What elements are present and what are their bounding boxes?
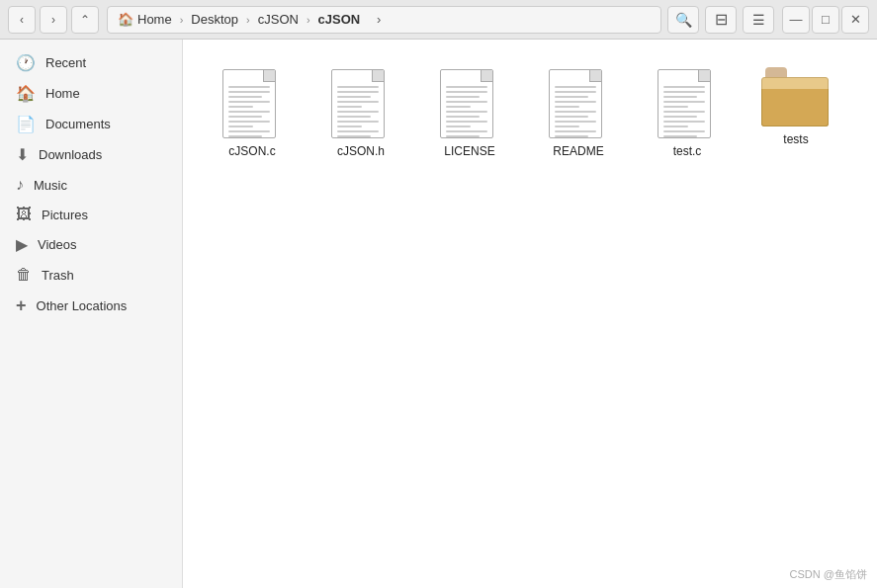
sep3: ›	[307, 14, 310, 26]
file-item-cjsonh[interactable]: cJSON.h	[311, 59, 410, 166]
sidebar: 🕐 Recent 🏠 Home 📄 Documents ⬇ Downloads …	[0, 40, 183, 588]
file-item-testc[interactable]: test.c	[638, 59, 737, 166]
file-item-readme[interactable]: README	[529, 59, 628, 166]
doc-icon-cjsonh	[331, 67, 391, 138]
pictures-icon: 🖼	[16, 206, 32, 223]
music-icon: ♪	[16, 176, 24, 194]
back-button[interactable]: ‹	[8, 6, 36, 34]
sidebar-item-downloads[interactable]: ⬇ Downloads	[0, 139, 182, 170]
forward-button[interactable]: ›	[40, 6, 67, 34]
sidebar-item-videos[interactable]: ▶ Videos	[0, 229, 182, 260]
file-name-readme: README	[553, 144, 603, 158]
sidebar-item-other-locations[interactable]: + Other Locations	[0, 290, 182, 322]
videos-icon: ▶	[16, 235, 28, 254]
sidebar-label-pictures: Pictures	[42, 208, 166, 222]
doc-icon-readme	[549, 67, 608, 138]
file-item-license[interactable]: LICENSE	[420, 59, 519, 166]
doc-icon-testc	[658, 67, 717, 138]
main-area: 🕐 Recent 🏠 Home 📄 Documents ⬇ Downloads …	[0, 40, 877, 588]
breadcrumb-cjson1-label: cJSON	[258, 12, 299, 27]
file-name-cjsonh: cJSON.h	[337, 144, 385, 158]
sidebar-label-downloads: Downloads	[39, 147, 166, 162]
maximize-button[interactable]: □	[812, 6, 839, 34]
sidebar-item-home[interactable]: 🏠 Home	[0, 78, 182, 109]
downloads-icon: ⬇	[16, 145, 29, 164]
breadcrumb-cjson1[interactable]: cJSON	[252, 10, 305, 29]
menu-button[interactable]: ☰	[743, 6, 774, 34]
file-name-testc: test.c	[673, 144, 702, 158]
sidebar-label-music: Music	[34, 178, 166, 193]
doc-icon-license	[440, 67, 499, 138]
home-sidebar-icon: 🏠	[16, 84, 36, 103]
watermark: CSDN @鱼馅饼	[790, 567, 867, 582]
file-name-tests: tests	[783, 132, 808, 146]
file-grid: cJSON.c	[203, 59, 857, 166]
sep2: ›	[246, 14, 250, 26]
other-locations-icon: +	[16, 295, 27, 316]
breadcrumb-next-btn[interactable]: ›	[368, 9, 390, 31]
sidebar-item-recent[interactable]: 🕐 Recent	[0, 47, 182, 78]
file-name-license: LICENSE	[444, 144, 494, 158]
sidebar-label-recent: Recent	[45, 55, 166, 70]
sidebar-item-trash[interactable]: 🗑 Trash	[0, 260, 182, 290]
breadcrumb-cjson2[interactable]: cJSON	[312, 10, 367, 29]
home-icon: 🏠	[118, 12, 133, 27]
search-button[interactable]: 🔍	[667, 6, 699, 34]
breadcrumb-home-label: Home	[137, 12, 172, 27]
file-area: cJSON.c	[183, 40, 877, 588]
sidebar-item-music[interactable]: ♪ Music	[0, 170, 182, 200]
breadcrumb-cjson2-label: cJSON	[318, 12, 361, 27]
folder-icon-tests	[761, 67, 831, 126]
breadcrumb-home[interactable]: 🏠 Home	[112, 10, 178, 29]
up-button[interactable]: ⌃	[71, 6, 99, 34]
window-controls: — □ ✕	[782, 6, 869, 34]
breadcrumb-desktop-label: Desktop	[191, 12, 238, 27]
file-item-cjsonc[interactable]: cJSON.c	[203, 59, 302, 166]
sidebar-item-documents[interactable]: 📄 Documents	[0, 109, 182, 139]
breadcrumb-desktop[interactable]: Desktop	[185, 10, 244, 29]
sidebar-label-videos: Videos	[38, 237, 166, 252]
breadcrumb-bar: 🏠 Home › Desktop › cJSON › cJSON ›	[107, 6, 661, 34]
file-name-cjsonc: cJSON.c	[228, 144, 275, 158]
doc-icon-cjsonc	[222, 67, 282, 138]
sidebar-label-home: Home	[45, 86, 166, 101]
recent-icon: 🕐	[16, 53, 36, 72]
sidebar-label-trash: Trash	[42, 268, 166, 283]
trash-icon: 🗑	[16, 266, 32, 284]
titlebar: ‹ › ⌃ 🏠 Home › Desktop › cJSON › cJSON ›…	[0, 0, 877, 40]
documents-icon: 📄	[16, 115, 36, 133]
view-options-button[interactable]: ⊟	[705, 6, 737, 34]
sidebar-item-pictures[interactable]: 🖼 Pictures	[0, 200, 182, 229]
minimize-button[interactable]: —	[782, 6, 810, 34]
sep1: ›	[180, 14, 184, 26]
sidebar-label-other-locations: Other Locations	[37, 298, 166, 313]
sidebar-label-documents: Documents	[45, 117, 166, 131]
close-button[interactable]: ✕	[841, 6, 869, 34]
file-item-tests[interactable]: tests	[746, 59, 845, 166]
